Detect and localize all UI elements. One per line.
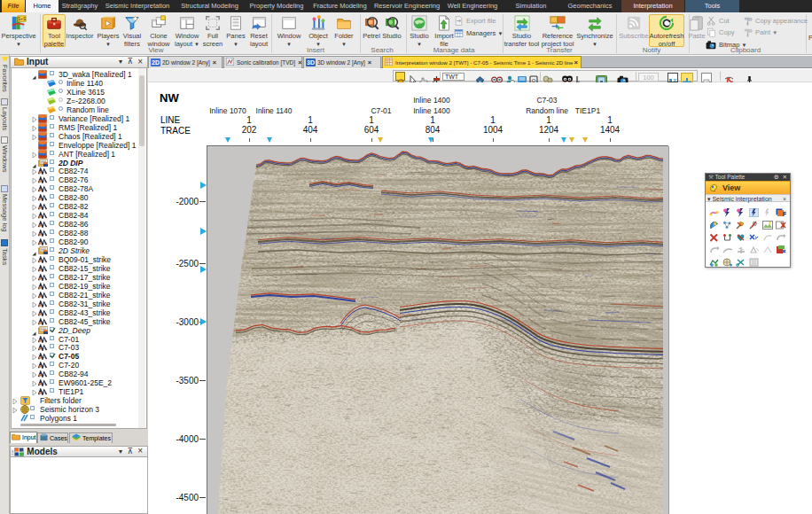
svg-text:F: F [783, 211, 786, 217]
